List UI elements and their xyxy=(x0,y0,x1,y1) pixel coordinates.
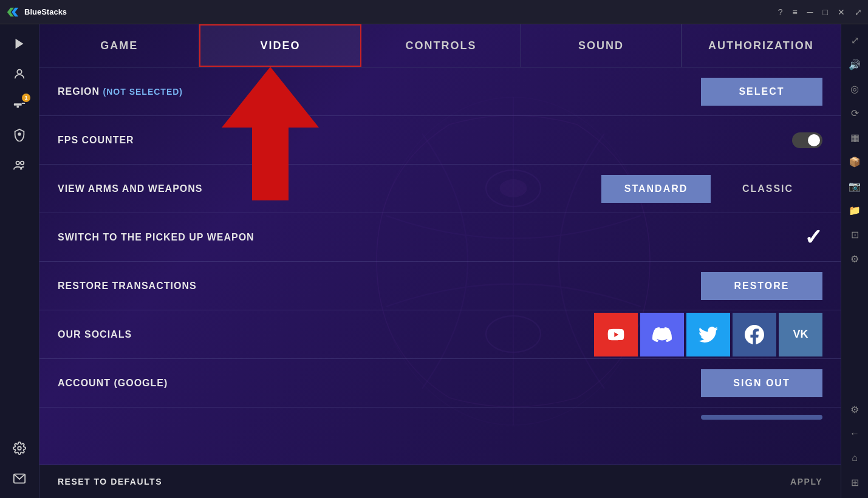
fps-counter-toggle[interactable] xyxy=(792,132,822,148)
sidebar-profile-btn[interactable] xyxy=(6,61,33,87)
fps-counter-control xyxy=(792,132,822,148)
region-value: (NOT SELECTED) xyxy=(103,87,183,97)
tab-sound[interactable]: SOUND xyxy=(521,24,681,67)
facebook-button[interactable] xyxy=(733,313,776,356)
sidebar-weapons-btn[interactable]: 1 xyxy=(6,91,33,118)
switch-weapon-label: SWITCH TO THE PICKED UP WEAPON xyxy=(58,232,804,243)
sidebar-mail-btn[interactable] xyxy=(6,465,33,492)
vk-button[interactable]: VK xyxy=(779,313,822,356)
svg-rect-5 xyxy=(22,103,25,104)
left-sidebar: 1 xyxy=(0,24,39,498)
svg-rect-6 xyxy=(16,106,19,108)
standard-button[interactable]: STANDARD xyxy=(601,175,711,203)
titlebar-controls: ? ≡ ─ □ ✕ ⤢ xyxy=(778,7,862,17)
region-label: REGION (NOT SELECTED) xyxy=(58,86,701,97)
bottom-bar: RESET TO DEFAULTS APPLY xyxy=(39,465,841,498)
sidebar-play-btn[interactable] xyxy=(6,30,33,57)
tab-controls[interactable]: CONTROLS xyxy=(361,24,521,67)
account-control: SIGN OUT xyxy=(701,369,822,397)
settings-content: REGION (NOT SELECTED) SELECT FPS COUNTER… xyxy=(39,67,841,465)
resize-icon[interactable]: ⤢ xyxy=(855,7,862,17)
right-back-icon[interactable]: ← xyxy=(844,423,866,445)
sidebar-settings-btn[interactable] xyxy=(6,435,33,462)
titlebar: BlueStacks ? ≡ ─ □ ✕ ⤢ xyxy=(0,0,868,24)
minimize-icon[interactable]: ─ xyxy=(807,7,813,17)
svg-point-8 xyxy=(16,162,20,165)
account-row: ACCOUNT (GOOGLE) SIGN OUT xyxy=(39,359,841,408)
apply-button[interactable]: APPLY xyxy=(790,477,822,486)
classic-button[interactable]: CLASSIC xyxy=(713,175,822,203)
scrollbar[interactable] xyxy=(701,415,822,420)
fps-counter-label: FPS COUNTER xyxy=(58,135,792,146)
svg-point-3 xyxy=(17,70,21,74)
help-icon[interactable]: ? xyxy=(778,7,783,17)
right-resize-icon[interactable]: ⊡ xyxy=(844,223,866,245)
svg-point-10 xyxy=(18,446,21,450)
switch-weapon-row: SWITCH TO THE PICKED UP WEAPON ✓ xyxy=(39,213,841,262)
right-volume-icon[interactable]: 🔊 xyxy=(844,53,866,75)
right-settings-icon[interactable]: ⚙ xyxy=(844,248,866,270)
sidebar-team-btn[interactable] xyxy=(6,152,33,179)
svg-marker-2 xyxy=(16,39,24,49)
content-area: GAME VIDEO CONTROLS SOUND AUTHORIZATION xyxy=(39,24,841,498)
tab-authorization[interactable]: AUTHORIZATION xyxy=(682,24,841,67)
right-apps-icon[interactable]: ⊞ xyxy=(844,471,866,493)
restore-transactions-control: RESTORE xyxy=(701,272,822,300)
bottom-bar-right: APPLY xyxy=(790,477,822,486)
fps-counter-row: FPS COUNTER xyxy=(39,116,841,165)
right-folder-icon[interactable]: 📁 xyxy=(844,199,866,221)
tabs-bar: GAME VIDEO CONTROLS SOUND AUTHORIZATION xyxy=(39,24,841,67)
right-rotate-icon[interactable]: ⟳ xyxy=(844,102,866,124)
right-sidebar: ⤢ 🔊 ◎ ⟳ ▦ 📦 📷 📁 ⊡ ⚙ ⚙ ← ⌂ ⊞ xyxy=(841,24,868,498)
svg-point-7 xyxy=(18,132,21,136)
bluestacks-icon xyxy=(6,5,19,19)
youtube-button[interactable] xyxy=(594,313,638,356)
our-socials-control: VK xyxy=(594,313,822,356)
right-home-icon[interactable]: ⌂ xyxy=(844,447,866,469)
right-screenshot-icon[interactable]: 📷 xyxy=(844,175,866,197)
right-gear2-icon[interactable]: ⚙ xyxy=(844,398,866,420)
view-arms-label: VIEW ARMS AND WEAPONS xyxy=(58,183,601,194)
tab-game[interactable]: GAME xyxy=(39,24,199,67)
svg-point-9 xyxy=(21,162,24,165)
restore-button[interactable]: RESTORE xyxy=(701,272,822,300)
our-socials-label: OUR SOCIALS xyxy=(58,329,594,340)
twitter-button[interactable] xyxy=(686,313,730,356)
restore-transactions-row: RESTORE TRANSACTIONS RESTORE xyxy=(39,262,841,310)
right-expand-icon[interactable]: ⤢ xyxy=(844,29,866,51)
sidebar-shield-btn[interactable] xyxy=(6,121,33,148)
main-layout: 1 xyxy=(0,24,868,498)
restore-transactions-label: RESTORE TRANSACTIONS xyxy=(58,281,701,292)
switch-weapon-control: ✓ xyxy=(804,225,822,250)
discord-button[interactable] xyxy=(640,313,684,356)
our-socials-row: OUR SOCIALS xyxy=(39,310,841,359)
close-icon[interactable]: ✕ xyxy=(838,7,845,17)
app-logo: BlueStacks xyxy=(6,5,67,19)
menu-icon[interactable]: ≡ xyxy=(792,7,797,17)
social-icons-group: VK xyxy=(594,313,822,356)
switch-weapon-checkmark[interactable]: ✓ xyxy=(804,225,822,250)
app-title: BlueStacks xyxy=(24,7,67,16)
weapons-badge: 1 xyxy=(22,94,30,102)
reset-defaults-button[interactable]: RESET TO DEFAULTS xyxy=(58,477,162,486)
region-control: SELECT xyxy=(701,78,822,106)
svg-rect-4 xyxy=(14,103,22,106)
right-grid-icon[interactable]: ▦ xyxy=(844,126,866,148)
region-select-button[interactable]: SELECT xyxy=(701,78,822,106)
view-arms-control: STANDARD CLASSIC xyxy=(601,175,822,203)
tab-video[interactable]: VIDEO xyxy=(199,24,361,67)
account-label: ACCOUNT (GOOGLE) xyxy=(58,378,701,389)
right-apk-icon[interactable]: 📦 xyxy=(844,151,866,172)
maximize-icon[interactable]: □ xyxy=(823,7,828,17)
view-arms-row: VIEW ARMS AND WEAPONS STANDARD CLASSIC xyxy=(39,165,841,213)
region-row: REGION (NOT SELECTED) SELECT xyxy=(39,67,841,116)
sign-out-button[interactable]: SIGN OUT xyxy=(701,369,822,397)
right-circle-icon[interactable]: ◎ xyxy=(844,78,866,100)
